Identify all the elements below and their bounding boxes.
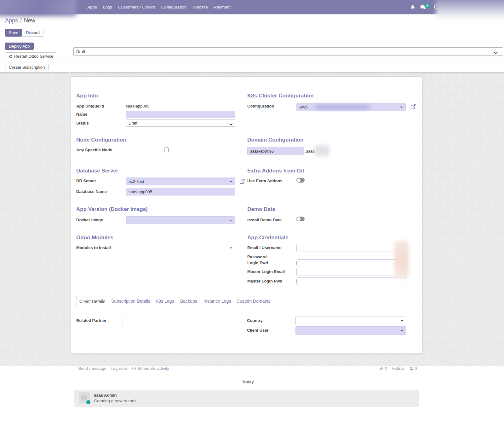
db-server-label: DB Server — [76, 178, 96, 183]
dropdown-caret-icon — [401, 330, 403, 331]
master-login-pwd-input[interactable] — [296, 277, 406, 285]
external-link-icon[interactable] — [410, 104, 416, 111]
group-separator — [123, 316, 123, 326]
nav-item-customers-orders[interactable]: Customers / Orders — [118, 5, 155, 9]
main-menu: Apps Logs Customers / Orders Configurati… — [87, 0, 231, 14]
password-label: Password — [247, 254, 266, 259]
login-pwd-label: Login Pwd — [247, 260, 268, 265]
modules-to-install-label: Modules to install — [76, 245, 111, 250]
attachments-button[interactable]: 0 — [380, 366, 387, 371]
send-message-button[interactable]: Send message — [78, 366, 106, 371]
section-title-odoo-modules: Odoo Modules — [76, 235, 113, 241]
group-separator — [294, 243, 294, 286]
restart-odoo-service-button[interactable]: Restart Odoo Service — [5, 52, 57, 60]
app-unique-id-value: saas-app095 — [126, 104, 149, 108]
deploy-app-button[interactable]: Deploy App — [5, 43, 34, 50]
configuration-select[interactable]: AWS — [296, 103, 406, 111]
followers-button[interactable]: 0 — [409, 366, 417, 371]
any-specific-node-label: Any Specific Node — [76, 148, 112, 152]
breadcrumb-current: New — [24, 17, 35, 24]
tab-k8s-logs[interactable]: K8s Logs — [156, 299, 174, 304]
email-username-input[interactable] — [296, 244, 406, 252]
section-title-demo-data: Demo Data — [247, 206, 275, 213]
tab-client-details[interactable]: Client Details — [76, 296, 108, 306]
login-pwd-input[interactable] — [296, 259, 406, 267]
group-separator — [123, 243, 123, 253]
nav-item-website[interactable]: Website — [192, 5, 208, 9]
save-button[interactable]: Save — [5, 29, 22, 37]
dropdown-caret-icon — [230, 248, 232, 249]
status-select-value: Draft — [76, 49, 85, 54]
breadcrumb-separator: / — [20, 17, 22, 24]
date-divider-line — [258, 382, 419, 382]
breadcrumb-apps-link[interactable]: Apps — [5, 17, 18, 24]
refresh-icon — [9, 55, 13, 58]
redacted-domain-blur — [314, 145, 329, 156]
tab-instance-logs[interactable]: Instance Logs — [203, 299, 231, 304]
section-title-node-configuration: Node Configuration — [76, 137, 126, 143]
log-note-button[interactable]: Log note — [111, 366, 127, 371]
section-title-k8s-cluster: K8s Cluster Configuration — [247, 93, 314, 99]
schedule-activity-button[interactable]: Schedule activity — [132, 366, 169, 371]
dropdown-caret-icon — [401, 320, 403, 322]
schedule-activity-label: Schedule activity — [137, 366, 169, 371]
nav-item-payment[interactable]: Payment — [214, 5, 231, 9]
name-label: Name — [76, 112, 87, 117]
paperclip-icon — [380, 366, 384, 371]
db-server-value: ec2-Test — [129, 179, 144, 184]
use-extra-addons-label: Use Extra Addons — [247, 178, 283, 183]
create-subscription-button[interactable]: Create Subscription — [5, 64, 49, 71]
modules-to-install-select[interactable] — [126, 244, 235, 252]
group-separator — [294, 177, 294, 184]
configuration-value: AWS — [299, 105, 308, 109]
section-title-database-server: Database Server — [76, 168, 118, 174]
tab-subscription-details[interactable]: Subscription Details — [111, 299, 150, 304]
docker-image-select[interactable] — [126, 216, 235, 224]
dropdown-caret-icon — [230, 220, 232, 221]
section-title-app-version: App Version (Docker Image) — [76, 206, 148, 213]
tabs-underline — [76, 306, 417, 306]
section-title-extra-addons: Extra Addons from Git — [247, 168, 304, 174]
message-author: saas Admin — [94, 393, 117, 398]
database-name-input[interactable]: saas-app095 — [126, 188, 235, 195]
nav-item-apps[interactable]: Apps — [87, 5, 97, 9]
nav-item-configuration[interactable]: Configuration — [161, 5, 186, 9]
subdomain-input[interactable]: saas-app095 — [247, 147, 304, 155]
database-name-label: Database Name — [76, 189, 107, 194]
page-bottom-divider — [0, 422, 504, 422]
group-separator — [123, 102, 123, 128]
date-divider-line — [74, 382, 238, 382]
install-demo-data-toggle[interactable] — [296, 217, 305, 221]
docker-image-label: Docker Image — [76, 218, 103, 222]
status-field-select[interactable]: Draft — [126, 119, 235, 127]
bug-icon[interactable] — [410, 4, 415, 10]
redacted-credentials-blur — [394, 241, 409, 278]
status-label: Status — [76, 121, 89, 125]
header-divider — [0, 41, 504, 41]
subdomain-value: saas-app095 — [250, 149, 274, 154]
nav-item-logs[interactable]: Logs — [103, 5, 112, 9]
client-user-select[interactable] — [295, 326, 406, 335]
country-select[interactable] — [295, 317, 406, 325]
follow-button[interactable]: Follow — [392, 366, 404, 371]
redacted-user-blur — [436, 0, 504, 20]
external-link-icon[interactable] — [239, 179, 245, 185]
country-label: Country — [247, 318, 263, 323]
status-field-value: Draft — [129, 121, 137, 125]
status-select[interactable]: Draft — [73, 47, 503, 56]
any-specific-node-checkbox[interactable] — [164, 148, 169, 152]
discard-button[interactable]: Discard — [22, 29, 43, 37]
form-sheet — [71, 76, 422, 354]
name-input[interactable] — [126, 111, 235, 118]
redacted-logo-blur — [0, 0, 76, 16]
master-login-pwd-label: Master Login Pwd — [247, 279, 282, 283]
db-server-select[interactable]: ec2-Test — [126, 178, 235, 185]
tab-backups[interactable]: Backups — [180, 299, 197, 304]
group-separator — [294, 102, 294, 111]
app-unique-id-label: App Unique Id — [76, 104, 104, 108]
master-login-email-input[interactable] — [296, 268, 406, 276]
tab-custom-domains[interactable]: Custom Domains — [237, 299, 270, 304]
statusbar-divider — [0, 62, 504, 62]
use-extra-addons-toggle[interactable] — [296, 178, 305, 183]
attachment-count: 0 — [385, 366, 387, 371]
